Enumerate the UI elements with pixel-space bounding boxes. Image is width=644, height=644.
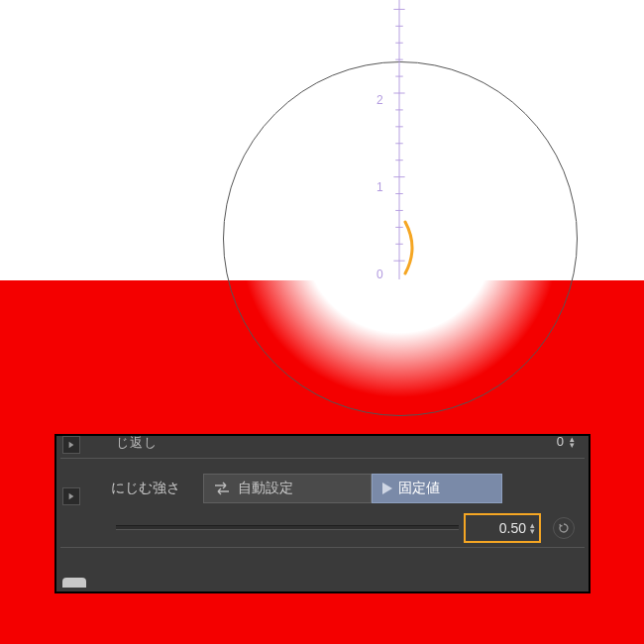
bleed-value-input[interactable]: 0.50 ▴▾ [464,513,541,543]
stroke-curve-indicator [403,220,429,277]
truncated-row-value[interactable]: 0 ▴▾ [557,434,575,449]
spinner-icon[interactable]: ▴▾ [570,436,575,448]
fixed-value-label: 固定値 [398,480,440,497]
fixed-value-button[interactable]: 固定値 [372,474,502,503]
divider [60,458,585,459]
auto-setting-label: 自動設定 [238,480,293,497]
truncated-row-label: じ返し [116,434,158,452]
spinner-icon[interactable]: ▴▾ [530,522,535,534]
expand-toggle-2[interactable] [62,487,80,505]
play-icon [382,483,392,494]
reset-icon [558,522,570,534]
expand-toggle-1[interactable] [62,436,80,454]
divider [60,547,585,548]
ruler-label-2: 2 [376,93,383,107]
settings-panel: じ返し 0 ▴▾ にじむ強さ 自動設定 固定値 0.50 [54,434,590,593]
panel-resize-handle[interactable] [62,578,86,588]
bleed-strength-label: にじむ強さ [111,480,180,497]
auto-range-icon [214,482,230,495]
reset-button[interactable] [553,517,575,539]
bleed-mode-toggle: 自動設定 固定値 [203,474,502,503]
bleed-slider[interactable] [116,525,459,530]
ruler-label-1: 1 [376,180,383,194]
ruler-label-0: 0 [376,268,383,281]
auto-setting-button[interactable]: 自動設定 [203,474,372,503]
